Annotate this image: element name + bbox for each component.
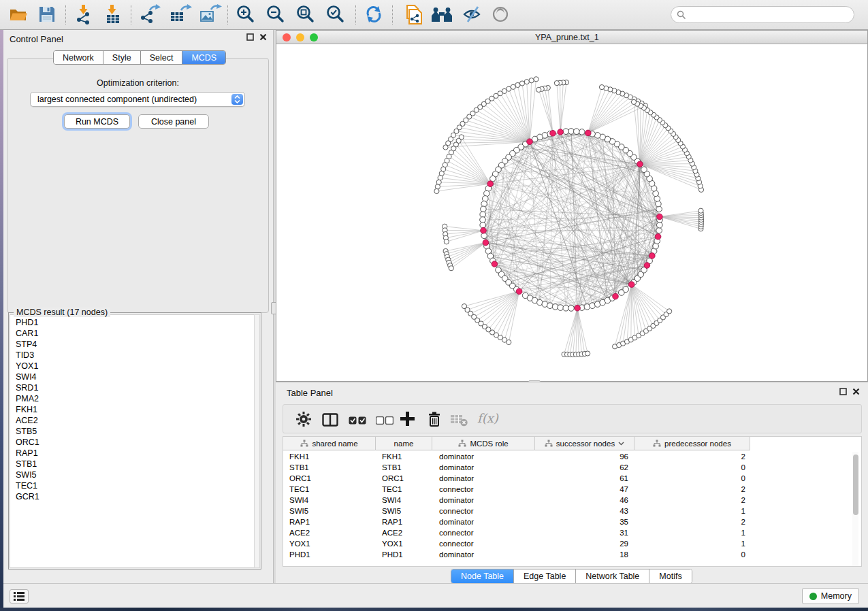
tab-motifs[interactable]: Motifs [649, 569, 691, 583]
search-field[interactable] [671, 6, 854, 23]
mcds-node[interactable] [558, 129, 564, 135]
hide-graphics-details-icon[interactable] [462, 4, 483, 26]
table-row-PHD1[interactable]: PHD1PHD1dominator180 [283, 550, 861, 561]
mcds-node[interactable] [657, 214, 663, 220]
tab-mcds[interactable]: MCDS [182, 51, 225, 64]
memory-button[interactable]: Memory [802, 588, 859, 604]
table-row-FKH1[interactable]: FKH1FKH1dominator962 [283, 452, 861, 463]
mcds-node[interactable] [644, 263, 650, 269]
table-scrollbar[interactable] [852, 452, 858, 566]
mcds-result-item[interactable]: CAR1 [16, 328, 254, 339]
table-row-ORC1[interactable]: ORC1ORC1dominator610 [283, 474, 861, 484]
mcds-node[interactable] [483, 240, 489, 246]
table-row-TEC1[interactable]: TEC1TEC1connector472 [283, 484, 861, 495]
column-header-mcds-role[interactable]: MCDS role [432, 437, 535, 450]
close-table-panel-icon[interactable] [852, 388, 860, 395]
mcds-node[interactable] [628, 282, 634, 288]
column-header-shared-name[interactable]: shared name [283, 437, 376, 450]
table-settings-icon[interactable] [295, 411, 312, 430]
mcds-result-item[interactable]: PMA2 [16, 393, 254, 404]
node-table[interactable]: shared namenameMCDS rolesuccessor nodesp… [283, 436, 862, 567]
mcds-result-item[interactable]: GCR1 [16, 491, 254, 502]
mcds-result-item[interactable]: ACE2 [16, 415, 254, 426]
table-row-SWI4[interactable]: SWI4SWI4dominator462 [283, 495, 861, 506]
mcds-node[interactable] [481, 228, 487, 234]
search-network-icon[interactable] [430, 4, 452, 26]
optimization-criterion-select[interactable]: largest connected component (undirected) [30, 92, 245, 107]
window-close-light[interactable] [283, 33, 291, 42]
mcds-node[interactable] [492, 261, 498, 267]
mcds-result-item[interactable]: FKH1 [16, 404, 254, 415]
mcds-result-item[interactable]: SRD1 [16, 382, 254, 393]
mcds-node[interactable] [655, 234, 661, 240]
column-header-predecessor-nodes[interactable]: predecessor nodes [634, 437, 750, 450]
zoom-in-icon[interactable] [236, 4, 257, 26]
mcds-result-scrollbar[interactable] [254, 314, 260, 568]
mcds-result-item[interactable]: ORC1 [16, 437, 254, 448]
window-zoom-light[interactable] [310, 33, 318, 42]
zoom-selected-icon[interactable] [325, 4, 347, 26]
table-row-RAP1[interactable]: RAP1RAP1dominator352 [283, 517, 861, 528]
table-row-YOX1[interactable]: YOX1YOX1connector291 [283, 539, 861, 550]
mcds-node[interactable] [585, 130, 592, 136]
delete-columns-icon[interactable] [427, 412, 442, 429]
mcds-result-item[interactable]: PHD1 [16, 317, 254, 328]
search-input[interactable] [690, 10, 854, 20]
mcds-result-list[interactable]: PHD1CAR1STP4TID3YOX1SWI4SRD1PMA2FKH1ACE2… [10, 314, 254, 568]
float-table-panel-icon[interactable] [839, 388, 847, 395]
show-graphics-details-icon[interactable] [490, 4, 512, 26]
mcds-result-item[interactable]: STB1 [16, 459, 254, 469]
network-canvas[interactable] [276, 44, 867, 382]
tab-style[interactable]: Style [103, 51, 140, 64]
import-table-icon[interactable] [102, 4, 124, 26]
close-panel-icon[interactable] [259, 33, 267, 41]
column-header-successor-nodes[interactable]: successor nodes [535, 437, 634, 450]
deselect-all-columns-icon[interactable] [376, 415, 393, 427]
mcds-node[interactable] [649, 253, 656, 259]
import-network-icon[interactable] [74, 4, 95, 26]
window-minimize-light[interactable] [296, 33, 304, 42]
tab-select[interactable]: Select [140, 51, 182, 64]
mcds-node[interactable] [550, 131, 556, 137]
mcds-result-item[interactable]: TEC1 [16, 480, 254, 491]
mcds-node[interactable] [516, 288, 522, 295]
fit-content-icon[interactable] [295, 4, 317, 26]
float-panel-icon[interactable] [246, 33, 254, 41]
export-network-icon[interactable] [139, 4, 161, 26]
clone-network-icon[interactable] [403, 4, 425, 26]
mcds-result-item[interactable]: SWI5 [16, 469, 254, 480]
mcds-node[interactable] [637, 161, 643, 167]
automation-panel-button[interactable] [10, 589, 29, 604]
mcds-node[interactable] [487, 181, 494, 187]
network-window-titlebar[interactable]: YPA_prune.txt_1 [276, 31, 867, 44]
refresh-icon[interactable] [364, 4, 385, 26]
mcds-node[interactable] [575, 305, 581, 311]
mcds-result-item[interactable]: RAP1 [16, 448, 254, 459]
tab-network-table[interactable]: Network Table [575, 569, 649, 583]
open-icon[interactable] [8, 4, 30, 26]
add-column-icon[interactable] [400, 412, 415, 429]
mcds-result-item[interactable]: YOX1 [16, 361, 254, 371]
mcds-result-item[interactable]: STB5 [16, 426, 254, 437]
save-icon[interactable] [37, 4, 59, 26]
export-image-icon[interactable] [199, 4, 221, 26]
column-header-name[interactable]: name [376, 437, 432, 450]
mcds-node[interactable] [613, 293, 619, 299]
table-row-ACE2[interactable]: ACE2ACE2connector311 [283, 528, 861, 539]
run-mcds-button[interactable]: Run MCDS [64, 114, 130, 129]
mcds-result-item[interactable]: TID3 [16, 350, 254, 361]
close-panel-button[interactable]: Close panel [138, 114, 209, 129]
table-scrollbar-thumb[interactable] [853, 455, 858, 515]
select-all-columns-icon[interactable] [349, 415, 366, 427]
network-view-window[interactable]: YPA_prune.txt_1 [276, 30, 868, 382]
mcds-result-item[interactable]: STP4 [16, 339, 254, 350]
mcds-result-item[interactable]: SWI4 [16, 371, 254, 382]
tab-network[interactable]: Network [54, 51, 103, 64]
mcds-node[interactable] [527, 139, 533, 145]
export-table-icon[interactable] [169, 4, 191, 26]
zoom-out-icon[interactable] [266, 4, 287, 26]
tab-edge-table[interactable]: Edge Table [513, 569, 575, 583]
tab-node-table[interactable]: Node Table [451, 569, 513, 583]
table-row-SWI5[interactable]: SWI5SWI5connector431 [283, 506, 861, 517]
table-row-STB1[interactable]: STB1STB1dominator620 [283, 463, 861, 474]
